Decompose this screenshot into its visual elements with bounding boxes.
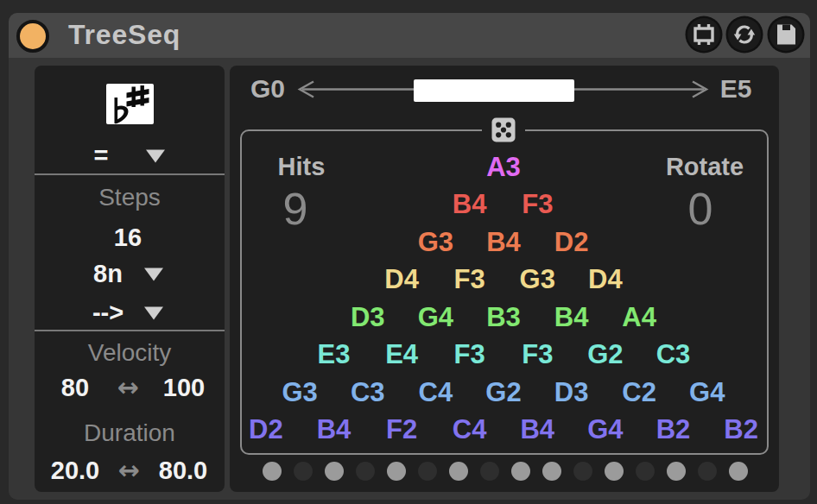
rate-dropdown-arrow-icon[interactable] <box>144 268 163 281</box>
step-dot[interactable] <box>729 462 748 481</box>
velocity-max-value[interactable]: 100 <box>163 374 205 402</box>
settings-panel: = Steps 16 8n --> Velocity 80 ↔ 100 Dura… <box>35 66 225 492</box>
tree-note[interactable]: G3 <box>520 264 555 295</box>
direction-dropdown-arrow-icon[interactable] <box>144 307 163 320</box>
tree-note[interactable]: A4 <box>622 302 656 333</box>
rotate-label: Rotate <box>666 153 744 181</box>
step-dot[interactable] <box>573 462 592 481</box>
flat-sharp-icon <box>106 84 154 124</box>
sync-arrows-icon <box>732 22 757 47</box>
step-dot[interactable] <box>667 462 686 481</box>
step-dot[interactable] <box>636 462 655 481</box>
window-frame-icon <box>692 22 716 47</box>
tree-note[interactable]: G3 <box>282 377 318 408</box>
tree-note[interactable]: G2 <box>485 377 521 408</box>
tree-note[interactable]: G4 <box>689 377 725 408</box>
step-dot[interactable] <box>325 462 344 481</box>
velocity-label: Velocity <box>88 339 172 367</box>
step-dot[interactable] <box>263 462 282 481</box>
tree-note[interactable]: B4 <box>317 414 352 445</box>
duration-label: Duration <box>84 419 175 447</box>
velocity-min-value[interactable]: 80 <box>61 374 89 402</box>
tree-note[interactable]: D3 <box>351 302 385 333</box>
step-dot[interactable] <box>698 462 717 481</box>
tree-note[interactable]: F2 <box>386 414 417 445</box>
steps-value[interactable]: 16 <box>114 224 142 252</box>
rate-value[interactable]: 8n <box>93 260 123 288</box>
save-button[interactable] <box>770 18 802 51</box>
left-right-arrow-icon: ↔ <box>117 372 138 402</box>
device-title: TreeSeq <box>68 13 180 58</box>
tree-note[interactable]: B4 <box>554 302 589 333</box>
device-activity-led[interactable] <box>16 20 49 53</box>
rotate-value[interactable]: 0 <box>688 183 713 235</box>
tree-note[interactable]: C2 <box>622 377 656 408</box>
step-dot[interactable] <box>418 462 437 481</box>
tree-note[interactable]: D2 <box>249 414 283 445</box>
desktop-background: { "header": { "title": "TreeSeq", "led_c… <box>0 0 817 504</box>
sync-button[interactable] <box>728 18 761 51</box>
note-range-handle[interactable] <box>414 79 574 102</box>
steps-label: Steps <box>98 184 161 211</box>
step-dot[interactable] <box>294 462 313 481</box>
hits-label: Hits <box>278 153 326 181</box>
tree-note[interactable]: B3 <box>486 302 521 333</box>
treeseq-device: TreeSeq <box>9 13 810 500</box>
step-dot[interactable] <box>542 462 561 481</box>
accidental-dropdown-arrow-icon[interactable] <box>146 150 165 163</box>
step-dot[interactable] <box>605 462 624 481</box>
left-right-arrow-icon: ↔ <box>117 455 139 485</box>
tree-note[interactable]: A3 <box>486 152 521 183</box>
dice-icon <box>491 117 516 142</box>
tree-note[interactable]: B4 <box>486 227 521 258</box>
step-dot[interactable] <box>480 462 499 481</box>
hits-value[interactable]: 9 <box>283 183 308 235</box>
step-dot[interactable] <box>356 462 375 481</box>
tree-note[interactable]: G3 <box>418 227 453 258</box>
step-dot[interactable] <box>511 462 530 481</box>
tree-note[interactable]: B4 <box>520 414 554 445</box>
separator <box>35 330 225 331</box>
tree-note[interactable]: E4 <box>385 339 418 370</box>
tree-note[interactable]: F3 <box>454 264 485 295</box>
duration-min-value[interactable]: 20.0 <box>51 457 99 485</box>
direction-value[interactable]: --> <box>92 299 124 327</box>
patcher-window-button[interactable] <box>687 18 720 51</box>
accidental-style-button[interactable] <box>106 84 154 124</box>
step-dot[interactable] <box>387 462 406 481</box>
step-dot[interactable] <box>449 462 468 481</box>
tree-note[interactable]: D4 <box>588 264 623 295</box>
tree-note[interactable]: C3 <box>656 339 691 370</box>
tree-note[interactable]: C4 <box>419 377 453 408</box>
duration-max-value[interactable]: 80.0 <box>159 457 207 485</box>
tree-note[interactable]: E3 <box>318 339 351 370</box>
tree-note[interactable]: G4 <box>587 414 623 445</box>
tree-note[interactable]: B2 <box>656 414 691 445</box>
tree-note[interactable]: D3 <box>554 377 589 408</box>
tree-note[interactable]: G2 <box>587 339 623 370</box>
tree-note[interactable]: F3 <box>522 339 553 370</box>
tree-note[interactable]: D4 <box>384 264 419 295</box>
tree-note[interactable]: G4 <box>418 302 453 333</box>
device-header: TreeSeq <box>9 13 810 58</box>
tree-note[interactable]: F3 <box>454 339 485 370</box>
accidental-mode-value[interactable]: = <box>94 142 109 170</box>
tree-note[interactable]: B2 <box>724 414 758 445</box>
tree-note[interactable]: C4 <box>453 414 487 445</box>
tree-note[interactable]: D2 <box>554 227 589 258</box>
tree-note[interactable]: C3 <box>351 377 385 408</box>
dice-button[interactable] <box>482 115 525 144</box>
sequence-panel: G0 E5 Hits 9 <box>230 66 779 492</box>
tree-note[interactable]: B4 <box>453 189 487 220</box>
save-icon <box>776 23 797 46</box>
tree-note[interactable]: F3 <box>522 189 553 220</box>
separator <box>35 173 225 175</box>
